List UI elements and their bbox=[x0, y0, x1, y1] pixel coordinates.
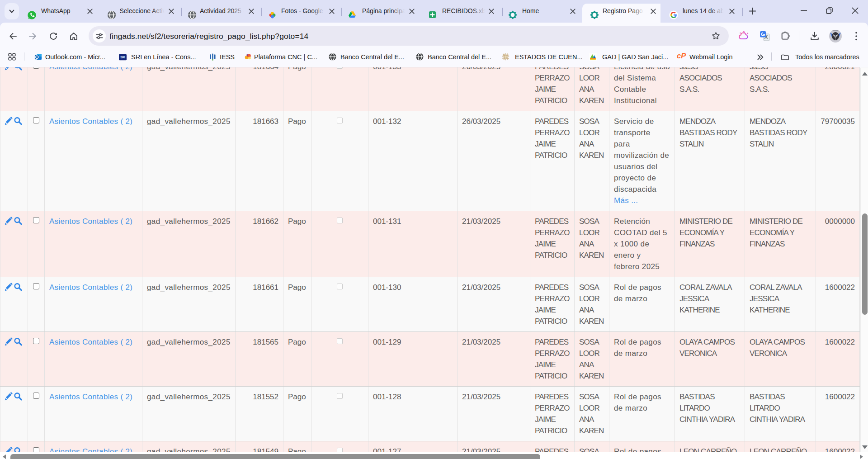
svg-text:SRI: SRI bbox=[120, 56, 125, 59]
